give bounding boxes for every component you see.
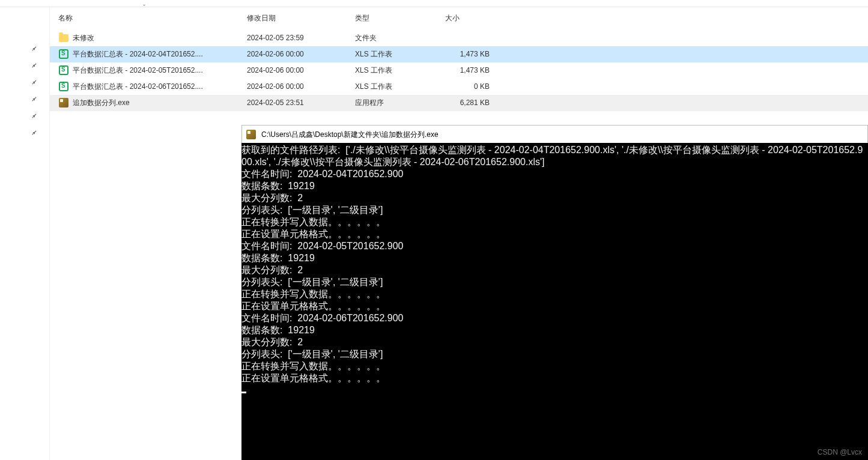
- pinned-item[interactable]: [0, 91, 49, 107]
- file-type: XLS 工作表: [355, 65, 445, 76]
- file-list-panel: 名称 修改日期 类型 大小 未修改2024-02-05 23:59文件夹平台数据…: [50, 7, 868, 460]
- file-row[interactable]: 平台数据汇总表 - 2024-02-05T201652....2024-02-0…: [50, 62, 868, 79]
- exe-icon: [58, 97, 69, 108]
- col-name[interactable]: 名称: [50, 7, 247, 29]
- console-title: C:\Users\吕成鑫\Desktop\新建文件夹\追加数据分列.exe: [261, 129, 439, 141]
- pinned-item[interactable]: [0, 40, 49, 57]
- file-row[interactable]: 未修改2024-02-05 23:59文件夹: [50, 30, 868, 46]
- file-row[interactable]: 平台数据汇总表 - 2024-02-04T201652....2024-02-0…: [50, 46, 868, 62]
- file-size: 0 KB: [445, 82, 493, 91]
- quick-access-sidebar: [0, 7, 50, 460]
- file-name: 平台数据汇总表 - 2024-02-04T201652....: [73, 49, 203, 59]
- folder-icon: [58, 32, 69, 43]
- file-type: 文件夹: [355, 33, 445, 43]
- file-name: 平台数据汇总表 - 2024-02-06T201652....: [73, 82, 203, 92]
- chevron-down-icon[interactable]: ›: [142, 4, 148, 6]
- main-area: 名称 修改日期 类型 大小 未修改2024-02-05 23:59文件夹平台数据…: [0, 7, 868, 460]
- file-date: 2024-02-05 23:51: [247, 98, 355, 107]
- file-date: 2024-02-06 00:00: [247, 66, 355, 74]
- file-size: 1,473 KB: [445, 66, 493, 74]
- file-name: 未修改: [73, 33, 94, 43]
- console-output[interactable]: 获取到的文件路径列表: ['./未修改\\按平台摄像头监测列表 - 2024-0…: [241, 143, 868, 396]
- pinned-item[interactable]: [0, 57, 49, 74]
- pinned-item[interactable]: [0, 107, 49, 124]
- file-name: 平台数据汇总表 - 2024-02-05T201652....: [73, 65, 203, 76]
- xls-icon: [58, 49, 69, 59]
- file-date: 2024-02-05 23:59: [247, 34, 355, 42]
- col-date[interactable]: 修改日期: [247, 7, 355, 29]
- cursor: [241, 392, 246, 393]
- window-top-bar: ›: [0, 0, 868, 7]
- col-size[interactable]: 大小: [445, 7, 493, 29]
- col-type[interactable]: 类型: [355, 7, 445, 29]
- file-size: 1,473 KB: [445, 50, 493, 58]
- watermark: CSDN @Lvcx: [818, 448, 862, 456]
- console-titlebar[interactable]: C:\Users\吕成鑫\Desktop\新建文件夹\追加数据分列.exe: [241, 125, 868, 143]
- console-window[interactable]: C:\Users\吕成鑫\Desktop\新建文件夹\追加数据分列.exe 获取…: [241, 125, 868, 460]
- file-name: 追加数据分列.exe: [73, 98, 130, 108]
- pinned-item[interactable]: [0, 74, 49, 91]
- file-size: 6,281 KB: [445, 98, 493, 107]
- file-type: XLS 工作表: [355, 49, 445, 59]
- file-date: 2024-02-06 00:00: [247, 50, 355, 58]
- xls-icon: [58, 65, 69, 76]
- xls-icon: [58, 81, 69, 92]
- column-headers: 名称 修改日期 类型 大小: [50, 7, 868, 30]
- pinned-item[interactable]: [0, 124, 49, 141]
- file-row[interactable]: 平台数据汇总表 - 2024-02-06T201652....2024-02-0…: [50, 79, 868, 95]
- exe-icon: [246, 129, 256, 140]
- file-type: 应用程序: [355, 98, 445, 108]
- file-type: XLS 工作表: [355, 82, 445, 92]
- file-date: 2024-02-06 00:00: [247, 82, 355, 91]
- file-row[interactable]: 追加数据分列.exe2024-02-05 23:51应用程序6,281 KB: [50, 95, 868, 111]
- file-rows: 未修改2024-02-05 23:59文件夹平台数据汇总表 - 2024-02-…: [50, 30, 868, 111]
